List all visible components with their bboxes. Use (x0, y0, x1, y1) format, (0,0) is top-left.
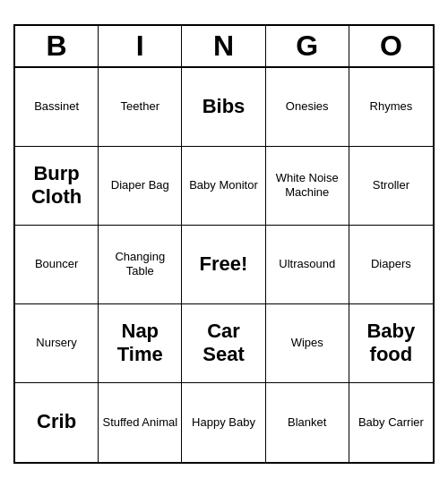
bingo-cell: White Noise Machine (266, 147, 349, 226)
bingo-cell: Ultrasound (266, 226, 349, 304)
header-letter: I (99, 26, 182, 66)
bingo-cell: Blanket (266, 383, 349, 462)
bingo-cell: Onesies (266, 68, 349, 147)
bingo-cell: Diaper Bag (99, 147, 182, 226)
bingo-cell: Nursery (15, 304, 99, 383)
bingo-cell: Stroller (349, 147, 433, 226)
header-letter: G (266, 26, 349, 66)
bingo-cell: Bassinet (15, 68, 99, 147)
bingo-header: BINGO (15, 26, 433, 68)
header-letter: O (349, 26, 433, 66)
bingo-cell: Baby food (349, 304, 433, 383)
bingo-cell: Nap Time (99, 304, 182, 383)
bingo-cell: Changing Table (99, 226, 182, 304)
bingo-cell: Free! (182, 226, 265, 304)
bingo-cell: Baby Carrier (349, 383, 433, 462)
bingo-cell: Happy Baby (182, 383, 265, 462)
bingo-cell: Stuffed Animal (99, 383, 182, 462)
bingo-grid: BassinetTeetherBibsOnesiesRhymesBurp Clo… (15, 68, 433, 462)
bingo-cell: Car Seat (182, 304, 265, 383)
header-letter: N (182, 26, 265, 66)
bingo-cell: Diapers (349, 226, 433, 304)
bingo-cell: Baby Monitor (182, 147, 265, 226)
bingo-cell: Burp Cloth (15, 147, 99, 226)
bingo-cell: Rhymes (349, 68, 433, 147)
bingo-card: BINGO BassinetTeetherBibsOnesiesRhymesBu… (13, 24, 435, 464)
bingo-cell: Bibs (182, 68, 265, 147)
bingo-cell: Bouncer (15, 226, 99, 304)
bingo-cell: Teether (99, 68, 182, 147)
bingo-cell: Crib (15, 383, 99, 462)
bingo-cell: Wipes (266, 304, 349, 383)
header-letter: B (15, 26, 99, 66)
